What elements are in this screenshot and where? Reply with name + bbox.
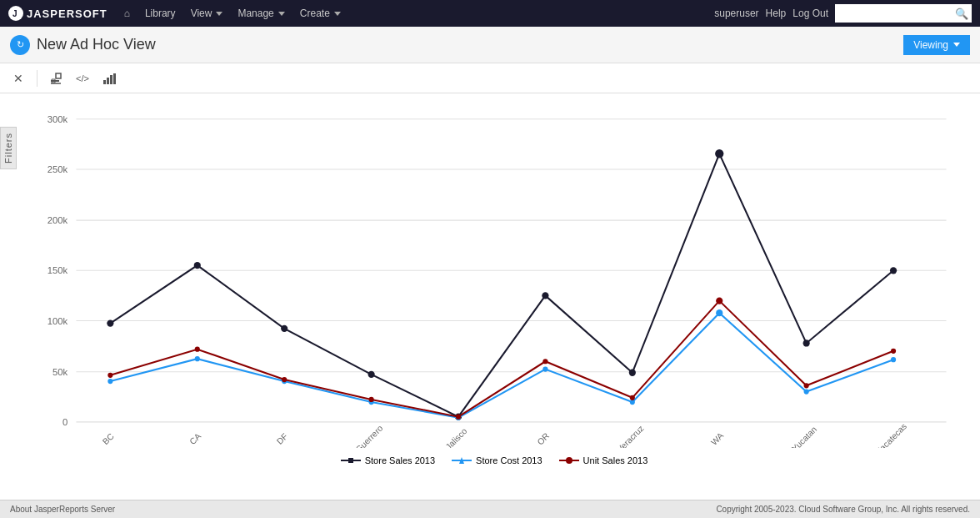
toolbar-separator-1 <box>37 70 38 87</box>
nav-links: ⌂ Library View Manage Create <box>118 0 712 27</box>
legend-store-sales-label: Store Sales 2013 <box>365 455 435 465</box>
svg-text:0: 0 <box>62 417 68 427</box>
chart-icon <box>102 72 116 85</box>
jaspersoft-logo-icon: J <box>8 6 23 21</box>
viewing-button[interactable]: Viewing <box>903 35 970 55</box>
edit-button[interactable] <box>44 67 68 90</box>
svg-point-61 <box>891 349 896 354</box>
svg-point-60 <box>804 383 809 388</box>
legend-unit-sales: Unit Sales 2013 <box>559 455 648 465</box>
svg-point-67 <box>566 457 572 464</box>
svg-point-52 <box>108 373 112 378</box>
svg-point-40 <box>803 339 810 346</box>
legend-store-sales-icon <box>341 455 361 465</box>
svg-text:150k: 150k <box>48 265 68 275</box>
nav-view[interactable]: View <box>184 0 230 27</box>
svg-text:BC: BC <box>101 431 116 446</box>
svg-point-58 <box>630 395 635 400</box>
page-title: New Ad Hoc View <box>37 36 156 53</box>
chart-legend: Store Sales 2013 Store Cost 2013 Unit Sa… <box>25 448 963 473</box>
home-icon: ⌂ <box>124 8 130 19</box>
svg-rect-6 <box>110 75 112 84</box>
nav-right: superuser Help Log Out 🔍 <box>714 4 972 23</box>
svg-point-49 <box>716 309 722 316</box>
filters-tab[interactable]: Filters <box>0 127 17 169</box>
legend-store-cost-icon <box>452 455 472 465</box>
chart-type-button[interactable] <box>98 67 121 90</box>
search-wrap: 🔍 <box>835 4 972 23</box>
search-input[interactable] <box>835 4 952 23</box>
svg-text:50k: 50k <box>52 367 68 377</box>
line-chart: 300k 250k 200k 150k 100k 50k 0 BC CA DF … <box>25 102 963 448</box>
nav-home[interactable]: ⌂ <box>118 0 137 27</box>
svg-point-39 <box>715 149 723 158</box>
svg-point-47 <box>542 366 548 371</box>
nav-help[interactable]: Help <box>766 8 787 19</box>
svg-point-54 <box>282 377 287 382</box>
svg-point-41 <box>890 267 897 274</box>
svg-text:Jalisco: Jalisco <box>444 426 469 448</box>
svg-point-55 <box>369 397 374 402</box>
view-icon: ↻ <box>10 35 30 55</box>
legend-store-cost: Store Cost 2013 <box>452 455 542 465</box>
view-icon-symbol: ↻ <box>17 39 24 50</box>
svg-point-57 <box>542 359 548 364</box>
svg-rect-63 <box>348 458 353 463</box>
svg-text:WA: WA <box>709 430 725 446</box>
svg-point-56 <box>456 415 461 420</box>
logo[interactable]: J JASPERSOFT <box>8 6 108 21</box>
nav-manage-arrow <box>278 12 285 16</box>
title-bar: ↻ New Ad Hoc View Viewing <box>0 27 980 63</box>
legend-store-cost-label: Store Cost 2013 <box>476 455 542 465</box>
svg-text:DF: DF <box>275 431 289 446</box>
svg-text:100k: 100k <box>48 316 68 326</box>
top-navigation: J JASPERSOFT ⌂ Library View Manage Creat… <box>0 0 980 27</box>
code-icon: </> <box>76 73 89 83</box>
nav-view-arrow <box>216 12 222 16</box>
chart-container: 300k 250k 200k 150k 100k 50k 0 BC CA DF … <box>25 102 963 448</box>
svg-rect-4 <box>103 80 106 84</box>
svg-text:Guerrero: Guerrero <box>354 423 385 448</box>
close-button[interactable]: ✕ <box>7 67 30 90</box>
svg-point-43 <box>195 356 200 361</box>
svg-text:Veracruz: Veracruz <box>615 424 645 448</box>
chart-area: 300k 250k 200k 150k 100k 50k 0 BC CA DF … <box>0 93 980 481</box>
svg-point-42 <box>108 379 112 384</box>
search-icon[interactable]: 🔍 <box>952 8 972 20</box>
svg-point-50 <box>804 389 809 394</box>
svg-point-35 <box>368 371 375 378</box>
code-button[interactable]: </> <box>71 67 94 90</box>
nav-manage[interactable]: Manage <box>231 0 291 27</box>
svg-rect-7 <box>113 73 116 84</box>
logo-text: JASPERSOFT <box>27 8 108 20</box>
nav-user[interactable]: superuser <box>714 8 758 19</box>
svg-point-34 <box>281 325 288 332</box>
main-area: Filters 300k 250k 200k 150k <box>0 93 980 500</box>
legend-unit-sales-label: Unit Sales 2013 <box>583 455 648 465</box>
edit-icon <box>49 72 62 85</box>
title-left: ↻ New Ad Hoc View <box>10 35 156 55</box>
legend-store-sales: Store Sales 2013 <box>341 455 435 465</box>
nav-create-arrow <box>334 12 341 16</box>
close-icon: ✕ <box>13 72 23 85</box>
svg-text:300k: 300k <box>48 114 68 124</box>
svg-rect-5 <box>107 78 109 84</box>
svg-text:Zacatecas: Zacatecas <box>874 421 908 448</box>
svg-point-33 <box>194 262 201 269</box>
svg-text:200k: 200k <box>48 215 68 225</box>
svg-point-51 <box>891 357 896 362</box>
legend-unit-sales-icon <box>559 455 579 465</box>
viewing-arrow-icon <box>953 43 960 47</box>
nav-library[interactable]: Library <box>138 0 182 27</box>
svg-text:CA: CA <box>188 431 202 446</box>
svg-point-59 <box>716 297 722 304</box>
svg-point-38 <box>629 370 636 376</box>
svg-text:J: J <box>12 9 18 18</box>
nav-logout[interactable]: Log Out <box>792 8 828 19</box>
nav-create[interactable]: Create <box>293 0 348 27</box>
svg-point-53 <box>195 347 200 352</box>
svg-point-37 <box>542 292 548 299</box>
svg-text:250k: 250k <box>48 164 68 174</box>
toolbar: ✕ </> <box>0 63 980 93</box>
svg-text:Yucatan: Yucatan <box>790 425 818 448</box>
